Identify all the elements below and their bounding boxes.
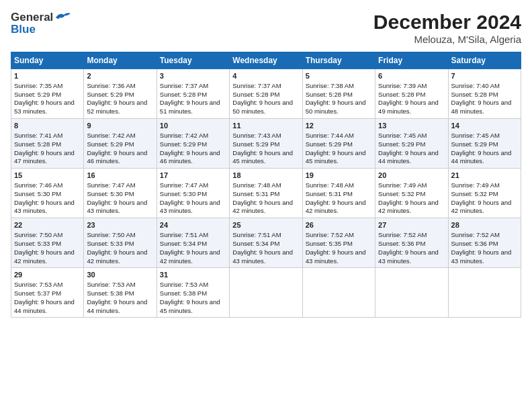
sunset-text: Sunset: 5:31 PM [306, 190, 353, 197]
daylight-text: Daylight: 9 hours and 52 minutes. [87, 99, 147, 115]
logo-bird-icon [54, 11, 72, 24]
daylight-text: Daylight: 9 hours and 49 minutes. [378, 99, 439, 115]
day-number: 19 [306, 171, 372, 181]
sunset-text: Sunset: 5:30 PM [160, 190, 207, 197]
calendar-cell: 10Sunrise: 7:42 AMSunset: 5:29 PMDayligh… [157, 119, 229, 169]
day-number: 31 [160, 270, 226, 280]
calendar-row: 22Sunrise: 7:50 AMSunset: 5:33 PMDayligh… [11, 218, 521, 268]
col-monday: Monday [84, 52, 157, 69]
sunrise-text: Sunrise: 7:53 AM [14, 281, 62, 288]
calendar-title: December 2024 [373, 11, 521, 34]
daylight-text: Daylight: 9 hours and 53 minutes. [14, 99, 75, 115]
day-number: 12 [306, 121, 372, 131]
sunrise-text: Sunrise: 7:51 AM [232, 231, 281, 238]
calendar-cell: 11Sunrise: 7:43 AMSunset: 5:29 PMDayligh… [230, 119, 302, 169]
calendar-cell: 31Sunrise: 7:53 AMSunset: 5:38 PMDayligh… [157, 268, 229, 318]
sunrise-text: Sunrise: 7:49 AM [378, 181, 427, 189]
sunrise-text: Sunrise: 7:45 AM [451, 132, 500, 139]
daylight-text: Daylight: 9 hours and 50 minutes. [232, 99, 293, 115]
sunrise-text: Sunrise: 7:52 AM [306, 231, 354, 238]
daylight-text: Daylight: 9 hours and 45 minutes. [160, 298, 220, 314]
day-number: 18 [232, 171, 299, 181]
col-wednesday: Wednesday [230, 52, 302, 69]
daylight-text: Daylight: 9 hours and 43 minutes. [451, 248, 512, 265]
calendar-cell: 9Sunrise: 7:42 AMSunset: 5:29 PMDaylight… [84, 119, 157, 169]
calendar-table: Sunday Monday Tuesday Wednesday Thursday… [11, 52, 521, 318]
sunset-text: Sunset: 5:36 PM [451, 240, 498, 247]
daylight-text: Daylight: 9 hours and 43 minutes. [378, 248, 439, 265]
sunset-text: Sunset: 5:29 PM [451, 140, 498, 148]
calendar-cell: 7Sunrise: 7:40 AMSunset: 5:28 PMDaylight… [448, 69, 521, 119]
daylight-text: Daylight: 9 hours and 42 minutes. [306, 199, 366, 215]
sunset-text: Sunset: 5:28 PM [306, 91, 353, 98]
calendar-cell: 13Sunrise: 7:45 AMSunset: 5:29 PMDayligh… [375, 119, 448, 169]
calendar-cell: 26Sunrise: 7:52 AMSunset: 5:35 PMDayligh… [302, 218, 375, 268]
daylight-text: Daylight: 9 hours and 43 minutes. [306, 248, 366, 265]
sunrise-text: Sunrise: 7:47 AM [160, 181, 208, 189]
page-container: General Blue December 2024 Melouza, M'Si… [0, 0, 532, 411]
sunset-text: Sunset: 5:29 PM [160, 140, 207, 148]
col-sunday: Sunday [11, 52, 84, 69]
sunrise-text: Sunrise: 7:53 AM [160, 281, 208, 288]
sunset-text: Sunset: 5:36 PM [378, 240, 425, 247]
sunset-text: Sunset: 5:29 PM [14, 91, 61, 98]
sunrise-text: Sunrise: 7:41 AM [14, 132, 62, 139]
day-number: 3 [160, 71, 226, 81]
daylight-text: Daylight: 9 hours and 44 minutes. [87, 298, 147, 314]
calendar-cell: 24Sunrise: 7:51 AMSunset: 5:34 PMDayligh… [157, 218, 229, 268]
logo: General Blue [11, 11, 72, 36]
sunset-text: Sunset: 5:29 PM [87, 91, 134, 98]
day-number: 15 [14, 171, 81, 181]
daylight-text: Daylight: 9 hours and 47 minutes. [14, 149, 75, 165]
sunset-text: Sunset: 5:28 PM [378, 91, 425, 98]
calendar-cell: 3Sunrise: 7:37 AMSunset: 5:28 PMDaylight… [157, 69, 229, 119]
sunset-text: Sunset: 5:37 PM [14, 289, 61, 297]
logo-blue: Blue [11, 23, 72, 36]
sunrise-text: Sunrise: 7:42 AM [87, 132, 135, 139]
calendar-cell: 22Sunrise: 7:50 AMSunset: 5:33 PMDayligh… [11, 218, 84, 268]
sunrise-text: Sunrise: 7:53 AM [87, 281, 135, 288]
sunset-text: Sunset: 5:28 PM [14, 140, 61, 148]
day-number: 30 [87, 270, 153, 280]
header-row: Sunday Monday Tuesday Wednesday Thursday… [11, 52, 521, 69]
sunrise-text: Sunrise: 7:51 AM [160, 231, 208, 238]
day-number: 26 [306, 220, 372, 230]
calendar-cell: 5Sunrise: 7:38 AMSunset: 5:28 PMDaylight… [302, 69, 375, 119]
sunset-text: Sunset: 5:33 PM [14, 240, 61, 247]
logo-general: General [11, 11, 53, 24]
sunset-text: Sunset: 5:32 PM [378, 190, 425, 197]
calendar-cell [302, 268, 375, 318]
day-number: 5 [306, 71, 372, 81]
sunset-text: Sunset: 5:30 PM [87, 190, 134, 197]
calendar-cell: 29Sunrise: 7:53 AMSunset: 5:37 PMDayligh… [11, 268, 84, 318]
daylight-text: Daylight: 9 hours and 42 minutes. [378, 199, 439, 215]
col-saturday: Saturday [448, 52, 521, 69]
calendar-row: 15Sunrise: 7:46 AMSunset: 5:30 PMDayligh… [11, 169, 521, 218]
calendar-cell: 18Sunrise: 7:48 AMSunset: 5:31 PMDayligh… [230, 169, 302, 218]
sunrise-text: Sunrise: 7:48 AM [306, 181, 354, 189]
sunrise-text: Sunrise: 7:38 AM [306, 82, 354, 89]
calendar-cell: 16Sunrise: 7:47 AMSunset: 5:30 PMDayligh… [84, 169, 157, 218]
sunrise-text: Sunrise: 7:37 AM [232, 82, 281, 89]
day-number: 21 [451, 171, 518, 181]
sunrise-text: Sunrise: 7:50 AM [87, 231, 135, 238]
calendar-cell [230, 268, 302, 318]
sunset-text: Sunset: 5:29 PM [378, 140, 425, 148]
day-number: 25 [232, 220, 299, 230]
daylight-text: Daylight: 9 hours and 44 minutes. [14, 298, 75, 314]
sunset-text: Sunset: 5:38 PM [87, 289, 134, 297]
daylight-text: Daylight: 9 hours and 43 minutes. [232, 248, 293, 265]
sunset-text: Sunset: 5:29 PM [87, 140, 134, 148]
calendar-subtitle: Melouza, M'Sila, Algeria [373, 34, 521, 45]
sunset-text: Sunset: 5:31 PM [232, 190, 279, 197]
sunrise-text: Sunrise: 7:46 AM [14, 181, 62, 189]
day-number: 16 [87, 171, 153, 181]
sunrise-text: Sunrise: 7:42 AM [160, 132, 208, 139]
sunset-text: Sunset: 5:34 PM [160, 240, 207, 247]
calendar-cell: 12Sunrise: 7:44 AMSunset: 5:29 PMDayligh… [302, 119, 375, 169]
sunset-text: Sunset: 5:34 PM [232, 240, 279, 247]
calendar-cell [448, 268, 521, 318]
day-number: 27 [378, 220, 445, 230]
calendar-cell: 2Sunrise: 7:36 AMSunset: 5:29 PMDaylight… [84, 69, 157, 119]
sunset-text: Sunset: 5:28 PM [160, 91, 207, 98]
